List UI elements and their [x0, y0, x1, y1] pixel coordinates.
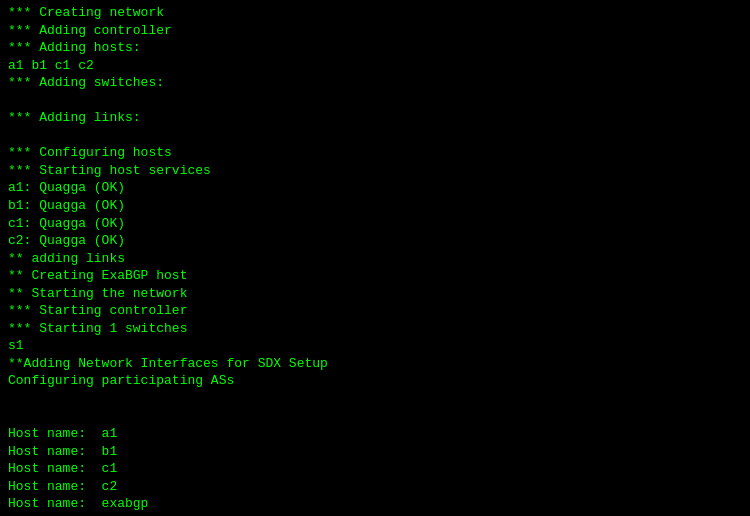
terminal-line: c1: Quagga (OK) — [8, 216, 125, 231]
terminal-line: *** Starting 1 switches — [8, 321, 187, 336]
terminal-line: b1: Quagga (OK) — [8, 198, 125, 213]
terminal-line: a1 b1 c1 c2 — [8, 58, 94, 73]
terminal-line: Host name: b1 — [8, 444, 117, 459]
terminal-line: *** Adding controller — [8, 23, 172, 38]
terminal-line: ** Starting the network — [8, 286, 187, 301]
terminal-line: c2: Quagga (OK) — [8, 233, 125, 248]
terminal-window: *** Creating network *** Adding controll… — [0, 0, 750, 516]
terminal-line: s1 — [8, 338, 24, 353]
terminal-line: *** Adding hosts: — [8, 40, 141, 55]
terminal-line: *** Adding switches: — [8, 75, 164, 90]
terminal-line: a1: Quagga (OK) — [8, 180, 125, 195]
terminal-line: *** Creating network — [8, 5, 164, 20]
terminal-line: Host name: c1 — [8, 461, 117, 476]
terminal-line: *** Starting host services — [8, 163, 211, 178]
terminal-line: ** Creating ExaBGP host — [8, 268, 187, 283]
terminal-line: *** Starting controller — [8, 303, 187, 318]
terminal-line: *** Adding links: — [8, 110, 141, 125]
terminal-line: Host name: c2 — [8, 479, 117, 494]
terminal-line: Configuring participating ASs — [8, 373, 234, 388]
terminal-line: Host name: a1 — [8, 426, 117, 441]
terminal-line: ** adding links — [8, 251, 125, 266]
terminal-line: Host name: exabgp — [8, 496, 148, 511]
terminal-line: *** Configuring hosts — [8, 145, 172, 160]
terminal-line: **Adding Network Interfaces for SDX Setu… — [8, 356, 328, 371]
